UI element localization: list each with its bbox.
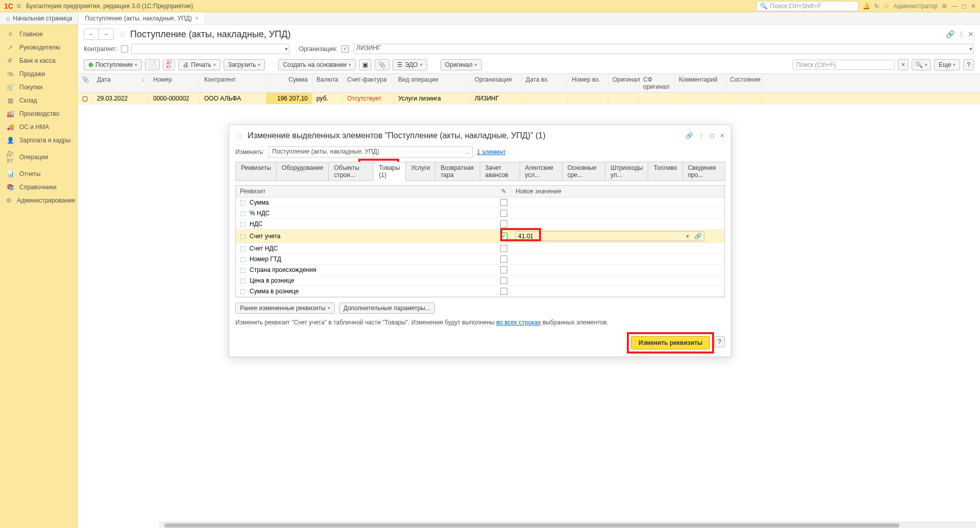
org-filter-checkbox[interactable] xyxy=(341,45,349,53)
dtkt-button[interactable]: ДтКт xyxy=(163,59,175,70)
sidebar-item-7[interactable]: 🚚ОС и НМА xyxy=(0,120,77,134)
attr-checkbox[interactable] xyxy=(500,210,507,217)
sidebar-item-9[interactable]: Дт КтОперации xyxy=(0,147,77,167)
dialog-tab-3[interactable]: Товары (1) xyxy=(373,162,406,181)
col-num[interactable]: Номер xyxy=(149,74,200,92)
sidebar-item-6[interactable]: 🏭Производство xyxy=(0,107,77,120)
col-orig[interactable]: Оригинал xyxy=(608,74,639,92)
col-datevh[interactable]: Дата вх. xyxy=(522,74,568,92)
dialog-tab-0[interactable]: Реквизиты xyxy=(235,162,277,181)
dialog-link-icon[interactable]: 🔗 xyxy=(685,132,693,139)
help-button[interactable]: ? xyxy=(963,59,974,70)
attr-value-input[interactable]: 41.01▾ 🔗 xyxy=(516,231,704,241)
attr-row-5[interactable]: ⬚Номер ГТД xyxy=(236,254,724,265)
sidebar-item-10[interactable]: 📊Отчеты xyxy=(0,167,77,181)
horizontal-scrollbar[interactable] xyxy=(159,522,976,528)
dialog-tab-6[interactable]: Зачет авансов xyxy=(480,162,520,181)
col-sf[interactable]: Счет-фактура xyxy=(343,74,394,92)
col-cpty[interactable]: Контрагент xyxy=(200,74,266,92)
counterparty-filter-input[interactable]: ▾ xyxy=(131,44,289,54)
attr-checkbox[interactable] xyxy=(500,233,507,240)
attr-row-3[interactable]: ⬚Счет учета41.01▾ 🔗 xyxy=(236,230,724,243)
start-page-tab[interactable]: ⌂ Начальная страница xyxy=(0,12,79,24)
org-filter-input[interactable]: ЛИЗИНГ▾ xyxy=(354,44,974,54)
create-based-button[interactable]: Создать на основании▾ xyxy=(278,59,356,70)
dialog-tab-7[interactable]: Агентские усл... xyxy=(520,162,562,181)
dialog-close-icon[interactable]: ✕ xyxy=(720,132,725,139)
clear-search-button[interactable]: × xyxy=(898,59,909,70)
col-attach[interactable]: 📎 xyxy=(78,74,93,92)
col-numvh[interactable]: Номер вх. xyxy=(568,74,608,92)
change-type-input[interactable]: Поступление (акты, накладные, УПД) … xyxy=(268,146,473,158)
attr-row-4[interactable]: ⬚Счет НДС xyxy=(236,243,724,254)
edo-button[interactable]: ☰ ЭДО▾ xyxy=(393,59,427,70)
copy-button[interactable]: 📄 xyxy=(145,59,160,70)
user-label[interactable]: Администратор xyxy=(893,3,938,10)
attr-checkbox[interactable] xyxy=(500,220,507,228)
restore-icon[interactable]: ◻ xyxy=(962,3,967,10)
dialog-tab-10[interactable]: Топливо xyxy=(648,162,682,181)
nav-back-button[interactable]: ← xyxy=(84,29,99,39)
dialog-tab-1[interactable]: Оборудование xyxy=(276,162,329,181)
grid-search-input[interactable]: Поиск (Ctrl+F) xyxy=(793,60,895,70)
attr-checkbox[interactable] xyxy=(500,256,507,263)
sidebar-item-3[interactable]: 🛍Продажи xyxy=(0,67,77,81)
sidebar-item-5[interactable]: ▦Склад xyxy=(0,94,77,107)
nav-forward-button[interactable]: → xyxy=(99,29,113,39)
original-button[interactable]: Оригинал▾ xyxy=(440,59,482,70)
sidebar-item-12[interactable]: ⚙Администрирование xyxy=(0,194,77,207)
prev-changed-button[interactable]: Ранее измененные реквизиты▾ xyxy=(235,303,335,314)
print-button[interactable]: 🖨 Печать▾ xyxy=(178,59,220,70)
counterparty-filter-checkbox[interactable] xyxy=(121,45,128,53)
kebab-icon[interactable]: ⋮ xyxy=(958,30,965,38)
col-sforig[interactable]: СФ оригинал xyxy=(639,74,675,92)
attr-checkbox[interactable] xyxy=(500,199,507,206)
attr-checkbox[interactable] xyxy=(500,288,507,295)
dialog-tab-9[interactable]: Штрихкоды уп... xyxy=(605,162,648,181)
attr-row-6[interactable]: ⬚Страна происхождения xyxy=(236,265,724,275)
load-button[interactable]: Загрузить▾ xyxy=(224,59,265,70)
col-summ[interactable]: Сумма xyxy=(266,74,312,92)
attr-checkbox[interactable] xyxy=(500,266,507,273)
attr-row-7[interactable]: ⬚Цена в рознице xyxy=(236,275,724,286)
global-search-input[interactable]: 🔍 Поиск Ctrl+Shift+F xyxy=(756,1,859,11)
dialog-tab-2[interactable]: Объекты строи... xyxy=(328,162,374,181)
dialog-tab-8[interactable]: Основные сре... xyxy=(562,162,606,181)
extra-params-button[interactable]: Дополнительные параметры... xyxy=(339,303,435,314)
sidebar-item-0[interactable]: ≡Главное xyxy=(0,28,77,41)
attr-row-0[interactable]: ⬚Сумма xyxy=(236,197,724,208)
col-org[interactable]: Организация xyxy=(471,74,522,92)
sidebar-item-4[interactable]: 🛒Покупки xyxy=(0,81,77,94)
col-date[interactable]: Дата↓ xyxy=(93,74,149,92)
register-button[interactable]: ▣ xyxy=(359,59,372,70)
attr-checkbox[interactable] xyxy=(500,277,507,284)
bell-icon[interactable]: 🔔 xyxy=(863,3,870,10)
sidebar-item-2[interactable]: ₽Банк и касса xyxy=(0,54,77,67)
col-curr[interactable]: Валюта xyxy=(312,74,343,92)
history-icon[interactable]: ↻ xyxy=(874,3,879,10)
find-button[interactable]: 🔍▾ xyxy=(912,59,931,70)
dialog-tab-11[interactable]: Сведения про... xyxy=(682,162,725,181)
dialog-maximize-icon[interactable]: ◻ xyxy=(709,132,715,139)
dialog-help-button[interactable]: ? xyxy=(714,336,725,347)
create-button[interactable]: ⊕Поступление▾ xyxy=(84,59,142,70)
main-menu-icon[interactable]: ≡ xyxy=(16,2,21,11)
favorite-star-icon[interactable]: ☆ xyxy=(118,29,126,40)
apply-button[interactable]: Изменить реквизиты xyxy=(631,336,710,349)
link-icon[interactable]: 🔗 xyxy=(946,30,954,38)
attr-row-8[interactable]: ⬚Сумма в рознице xyxy=(236,286,724,297)
select-icon[interactable]: … xyxy=(464,148,470,155)
col-state[interactable]: Состояние xyxy=(726,74,762,92)
close-icon[interactable]: ✕ xyxy=(971,3,976,10)
dialog-favorite-icon[interactable]: ☆ xyxy=(235,130,243,141)
settings-icon[interactable]: ⚙ xyxy=(942,3,947,10)
col-comment[interactable]: Комментарий xyxy=(675,74,726,92)
sidebar-item-8[interactable]: 👤Зарплата и кадры xyxy=(0,134,77,147)
star-icon[interactable]: ☆ xyxy=(884,3,889,10)
col-optype[interactable]: Вид операции xyxy=(394,74,471,92)
attach-button[interactable]: 📎 xyxy=(375,59,389,70)
attr-row-1[interactable]: ⬚% НДС xyxy=(236,208,724,219)
sidebar-item-11[interactable]: 📚Справочники xyxy=(0,181,77,194)
dialog-tab-4[interactable]: Услуги xyxy=(405,162,435,181)
sidebar-item-1[interactable]: ↗Руководителю xyxy=(0,41,77,54)
